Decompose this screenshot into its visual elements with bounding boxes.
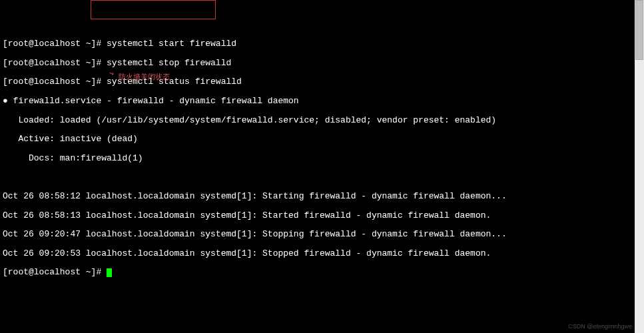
prompt-prefix: [root@localhost ~]# [3, 58, 107, 68]
log-line-4: Oct 26 09:20:53 localhost.localdomain sy… [3, 249, 641, 258]
status-loaded: Loaded: loaded (/usr/lib/systemd/system/… [3, 116, 641, 125]
status-active: Active: inactive (dead) [3, 135, 641, 144]
status-header: ● firewalld.service - firewalld - dynami… [3, 97, 641, 106]
highlight-box [91, 0, 216, 19]
prompt-line-2: [root@localhost ~]# systemctl stop firew… [3, 59, 641, 68]
scrollbar-thumb[interactable] [635, 0, 643, 60]
prompt-line-1: [root@localhost ~]# systemctl start fire… [3, 39, 641, 49]
command-text: systemctl stop firewalld [107, 58, 231, 68]
command-text: systemctl status firewalld [107, 77, 242, 87]
terminal-cursor[interactable] [107, 268, 112, 277]
log-line-2: Oct 26 08:58:13 localhost.localdomain sy… [3, 211, 641, 220]
log-line-1: Oct 26 08:58:12 localhost.localdomain sy… [3, 192, 641, 201]
prompt-prefix: [root@localhost ~]# [3, 39, 107, 49]
watermark-text: CSDN @etengimnhgwe [568, 324, 632, 330]
blank-line [3, 172, 641, 182]
command-text: systemctl start firewalld [107, 39, 236, 49]
status-docs: Docs: man:firewalld(1) [3, 154, 641, 163]
log-line-3: Oct 26 09:20:47 localhost.localdomain sy… [3, 230, 641, 239]
prompt-line-4[interactable]: [root@localhost ~]# [3, 268, 641, 277]
scrollbar-track[interactable] [635, 0, 644, 333]
prompt-prefix: [root@localhost ~]# [3, 267, 107, 277]
prompt-line-3: [root@localhost ~]# systemctl status fir… [3, 77, 641, 87]
prompt-prefix: [root@localhost ~]# [3, 77, 107, 87]
